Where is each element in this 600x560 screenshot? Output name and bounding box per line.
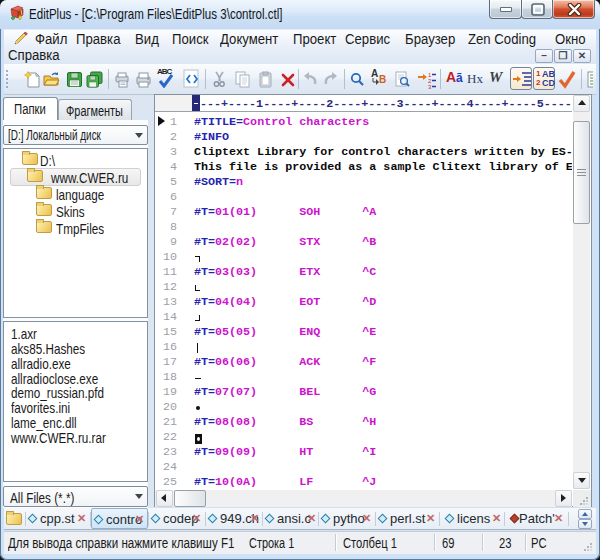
svg-text:3: 3 — [428, 84, 432, 90]
